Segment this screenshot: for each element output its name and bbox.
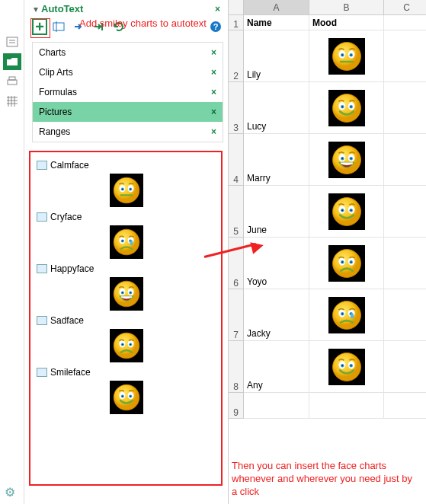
svg-point-67 — [350, 106, 351, 107]
rail-item-grid[interactable] — [3, 93, 21, 110]
pane-header: ▾ AutoText × — [24, 0, 228, 18]
mood-image[interactable] — [328, 193, 365, 230]
rename-button[interactable] — [52, 19, 67, 34]
svg-point-32 — [114, 281, 139, 307]
row-head-8[interactable]: 8 — [229, 341, 244, 393]
svg-point-58 — [341, 54, 343, 56]
category-label: Charts — [39, 47, 66, 58]
svg-point-94 — [341, 313, 343, 314]
gallery-item-sadface[interactable]: Sadface — [37, 315, 216, 362]
svg-point-96 — [350, 313, 353, 318]
col-head-C[interactable]: C — [384, 0, 426, 15]
annotation-arrow — [204, 236, 265, 266]
settings-gear-icon[interactable]: ⚙ — [5, 485, 15, 499]
cell-C5[interactable] — [384, 186, 426, 238]
svg-point-97 — [332, 352, 360, 381]
gallery-item-thumb[interactable] — [110, 225, 143, 259]
svg-point-16 — [114, 177, 139, 203]
cell-C4[interactable] — [384, 134, 426, 186]
svg-point-44 — [122, 344, 123, 346]
svg-point-68 — [332, 145, 360, 174]
gallery-item-thumb[interactable] — [110, 381, 143, 414]
svg-text:?: ? — [213, 22, 219, 31]
svg-point-52 — [130, 396, 131, 397]
col-head-B[interactable]: B — [309, 0, 384, 15]
row-head-4[interactable]: 4 — [229, 134, 244, 186]
svg-point-82 — [332, 249, 360, 277]
grid-body: NameMoodLily Lucy Marry June — [244, 15, 426, 419]
cell-C1[interactable] — [384, 15, 426, 30]
svg-rect-0 — [7, 37, 18, 46]
category-close-icon[interactable]: × — [211, 126, 216, 137]
annotation-add-highlight — [30, 18, 50, 38]
category-close-icon[interactable]: × — [211, 47, 216, 58]
cell-B7[interactable] — [309, 289, 384, 341]
mood-image[interactable] — [328, 349, 365, 385]
cell-B4[interactable] — [309, 134, 384, 186]
cell-A5[interactable]: June — [244, 186, 309, 238]
cell-B8[interactable] — [309, 341, 384, 393]
category-item-clip-arts[interactable]: Clip Arts× — [33, 62, 223, 82]
cell-C8[interactable] — [384, 341, 426, 393]
gallery-item-thumb[interactable] — [110, 277, 143, 311]
gallery-item-smileface[interactable]: Smileface — [37, 367, 216, 414]
cell-B5[interactable] — [309, 186, 384, 238]
pane-dropdown-icon[interactable]: ▾ — [32, 4, 40, 14]
annotation-top: Add smiley charts to autotext — [79, 18, 207, 29]
category-item-ranges[interactable]: Ranges× — [33, 122, 223, 142]
row-head-1[interactable]: 1 — [229, 15, 244, 30]
mood-image[interactable] — [328, 297, 365, 333]
category-close-icon[interactable]: × — [211, 107, 216, 117]
svg-point-45 — [130, 344, 131, 346]
gallery-item-thumb[interactable] — [110, 174, 143, 207]
mood-image[interactable] — [328, 38, 365, 75]
rail-item-folder[interactable] — [3, 53, 21, 70]
select-all-corner[interactable] — [229, 0, 244, 15]
category-item-formulas[interactable]: Formulas× — [33, 82, 223, 102]
cell-A9[interactable] — [244, 393, 309, 419]
pane-close-icon[interactable]: × — [212, 4, 223, 14]
category-item-pictures[interactable]: Pictures× — [33, 102, 223, 122]
category-item-charts[interactable]: Charts× — [33, 43, 223, 62]
mood-image[interactable] — [328, 90, 365, 126]
col-head-A[interactable]: A — [244, 0, 309, 15]
gallery-item-calmface[interactable]: Calmface — [37, 160, 216, 207]
cell-A7[interactable]: Jacky — [244, 289, 309, 341]
cell-A3[interactable]: Lucy — [244, 82, 309, 134]
cell-B1[interactable]: Mood — [309, 15, 384, 30]
cell-C2[interactable] — [384, 30, 426, 82]
cell-C9[interactable] — [384, 393, 426, 419]
help-button[interactable]: ? — [208, 19, 223, 34]
gallery-item-happyface[interactable]: Happyface — [37, 263, 216, 311]
cell-B3[interactable] — [309, 82, 384, 134]
cell-A1[interactable]: Name — [244, 15, 309, 30]
gallery-item-thumb[interactable] — [110, 329, 143, 362]
svg-point-29 — [122, 241, 123, 242]
row-head-5[interactable]: 5 — [229, 186, 244, 238]
cell-C3[interactable] — [384, 82, 426, 134]
row-head-7[interactable]: 7 — [229, 289, 244, 341]
cell-A4[interactable]: Marry — [244, 134, 309, 186]
category-close-icon[interactable]: × — [211, 87, 216, 97]
category-close-icon[interactable]: × — [211, 67, 216, 78]
svg-rect-4 — [9, 77, 15, 80]
rail-item-autotext[interactable] — [3, 33, 21, 50]
row-head-3[interactable]: 3 — [229, 82, 244, 134]
cell-B2[interactable] — [309, 30, 384, 82]
category-label: Clip Arts — [39, 67, 73, 78]
picture-icon — [37, 161, 47, 170]
cell-C7[interactable] — [384, 289, 426, 341]
row-headers: 123456789 — [229, 15, 244, 419]
cell-C6[interactable] — [384, 238, 426, 289]
svg-point-24 — [114, 229, 139, 255]
gallery-item-cryface[interactable]: Cryface — [37, 212, 216, 259]
cell-B6[interactable] — [309, 238, 384, 289]
cell-A2[interactable]: Lily — [244, 30, 309, 82]
cell-A8[interactable]: Any — [244, 341, 309, 393]
row-head-9[interactable]: 9 — [229, 393, 244, 419]
mood-image[interactable] — [328, 245, 365, 282]
rail-item-print[interactable] — [3, 73, 21, 90]
mood-image[interactable] — [328, 142, 365, 178]
cell-B9[interactable] — [309, 393, 384, 419]
row-head-2[interactable]: 2 — [229, 30, 244, 82]
